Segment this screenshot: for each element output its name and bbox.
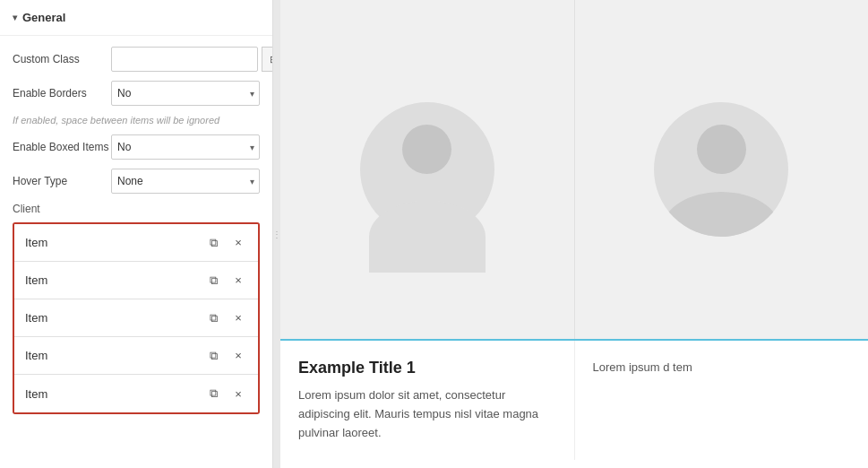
example-text-2: Lorem ipsum d tem — [593, 359, 851, 377]
enable-borders-control: No Yes ▾ — [111, 81, 260, 106]
preview-card-2 — [575, 0, 869, 339]
form-area: Custom Class ⊞ Enable Borders No Yes ▾ I… — [0, 36, 272, 425]
copy-button-1[interactable]: ⧉ — [201, 230, 226, 256]
hint-text: If enabled, space between items will be … — [13, 115, 260, 126]
enable-boxed-items-row: Enable Boxed Items No Yes ▾ — [13, 134, 260, 160]
client-list: Item ⧉ × Item ⧉ × Item ⧉ × — [13, 222, 260, 414]
custom-class-input[interactable] — [111, 47, 258, 72]
copy-button-3[interactable]: ⧉ — [201, 306, 226, 331]
preview-bottom-col-1: Example Title 1 Lorem ipsum dolor sit am… — [280, 341, 575, 460]
enable-borders-row: Enable Borders No Yes ▾ — [13, 81, 260, 106]
copy-button-5[interactable]: ⧉ — [201, 381, 226, 406]
item-label-5: Item — [21, 387, 201, 401]
list-item: Item ⧉ × — [14, 337, 258, 375]
custom-class-row: Custom Class ⊞ — [13, 47, 260, 72]
hover-type-control: None Zoom Rotate ▾ — [111, 169, 260, 194]
remove-button-3[interactable]: × — [226, 306, 251, 331]
remove-button-1[interactable]: × — [226, 230, 251, 256]
preview-bottom-col-2: Lorem ipsum d tem — [575, 341, 869, 395]
chevron-icon: ▾ — [13, 13, 17, 22]
list-item: Item ⧉ × — [14, 224, 258, 262]
custom-class-control: ⊞ — [111, 47, 273, 72]
right-panel: Example Title 1 Lorem ipsum dolor sit am… — [280, 0, 868, 468]
custom-class-label: Custom Class — [13, 53, 111, 65]
left-panel: ▾ General Custom Class ⊞ Enable Borders … — [0, 0, 273, 468]
section-title: General — [22, 11, 65, 24]
preview-top — [280, 0, 868, 341]
enable-borders-select[interactable]: No Yes — [111, 81, 260, 106]
item-label-2: Item — [21, 273, 201, 287]
remove-button-2[interactable]: × — [226, 268, 251, 293]
section-header: ▾ General — [0, 0, 272, 36]
enable-boxed-items-select-wrapper: No Yes ▾ — [111, 134, 260, 160]
hover-type-select[interactable]: None Zoom Rotate — [111, 169, 260, 194]
hover-type-row: Hover Type None Zoom Rotate ▾ — [13, 169, 260, 194]
client-section-label: Client — [13, 203, 260, 215]
enable-boxed-items-select[interactable]: No Yes — [111, 134, 260, 160]
item-label-3: Item — [21, 311, 201, 325]
list-item: Item ⧉ × — [14, 375, 258, 412]
enable-borders-select-wrapper: No Yes ▾ — [111, 81, 260, 106]
remove-button-5[interactable]: × — [226, 381, 251, 406]
enable-boxed-items-label: Enable Boxed Items — [13, 141, 111, 153]
copy-button-2[interactable]: ⧉ — [201, 268, 226, 293]
enable-borders-label: Enable Borders — [13, 87, 111, 100]
panel-resize-handle[interactable]: ⋮ — [273, 0, 280, 468]
example-title: Example Title 1 — [298, 359, 556, 377]
custom-class-icon-btn[interactable]: ⊞ — [262, 47, 273, 72]
hover-type-label: Hover Type — [13, 175, 111, 187]
preview-card-1 — [280, 0, 575, 339]
preview-bottom-row: Example Title 1 Lorem ipsum dolor sit am… — [280, 341, 868, 460]
remove-button-4[interactable]: × — [226, 343, 251, 368]
client-section: Client Item ⧉ × Item ⧉ × Item ⧉ — [13, 203, 260, 414]
copy-button-4[interactable]: ⧉ — [201, 343, 226, 368]
list-item: Item ⧉ × — [14, 262, 258, 299]
list-item: Item ⧉ × — [14, 299, 258, 337]
enable-boxed-items-control: No Yes ▾ — [111, 134, 260, 160]
example-text-1: Lorem ipsum dolor sit amet, consectetur … — [298, 386, 556, 442]
hover-type-select-wrapper: None Zoom Rotate ▾ — [111, 169, 260, 194]
item-label-4: Item — [21, 349, 201, 362]
item-label-1: Item — [21, 236, 201, 249]
